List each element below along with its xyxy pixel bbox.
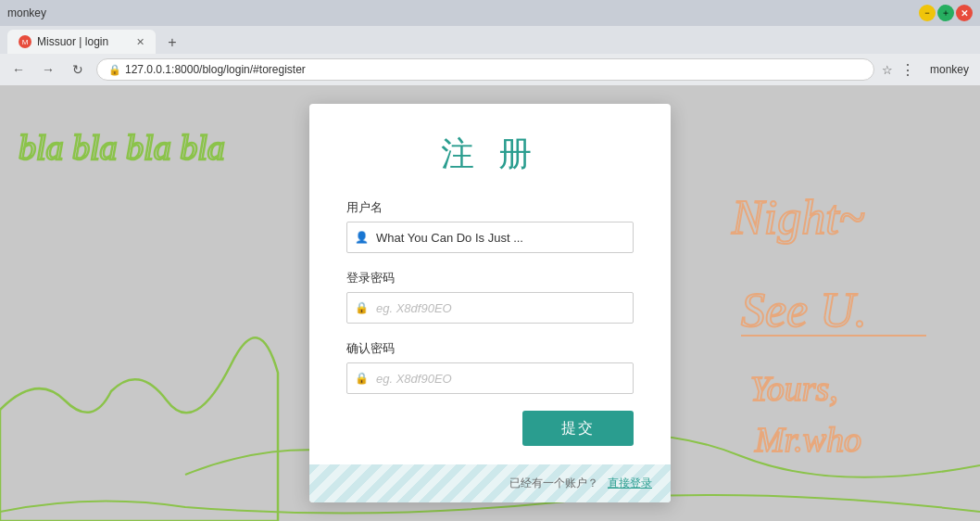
title-bar: monkey － ＋ ✕ [0,0,980,26]
confirm-password-input[interactable] [376,372,625,386]
user-badge: monkey [930,63,969,76]
username-label: 用户名 [346,199,634,216]
browser-tab[interactable]: M Missuor | login ✕ [7,30,156,54]
tab-strip-right [189,32,215,54]
tab-title: Missuor | login [37,35,108,48]
username-input-wrapper: 👤 [346,222,634,253]
password-input[interactable] [376,301,625,315]
tab-bar: M Missuor | login ✕ + [0,26,980,54]
password-label: 登录密码 [346,270,634,286]
menu-icon[interactable]: ⋮ [900,61,915,79]
page-background: bla bla bla bla Night~ See U. Yours, Mr.… [0,85,980,521]
modal-footer: 已经有一个账户？ 直接登录 [309,464,671,502]
forward-button[interactable]: → [37,58,59,81]
register-modal: 注 册 用户名 👤 登录密码 🔒 [309,104,671,502]
modal-body: 注 册 用户名 👤 登录密码 🔒 [309,104,671,464]
bookmark-icon[interactable]: ☆ [882,63,893,77]
password-group: 登录密码 🔒 [346,270,634,324]
address-bar[interactable]: 🔒 127.0.0.1:8000/blog/login/#toregister [96,58,874,81]
footer-text: 已经有一个账户？ [509,476,598,491]
modal-title: 注 册 [346,132,634,177]
user-label: monkey [7,6,46,19]
address-bar-row: ← → ↻ 🔒 127.0.0.1:8000/blog/login/#toreg… [0,54,980,85]
confirm-password-icon: 🔒 [355,372,369,385]
lock-icon: 🔒 [108,64,121,76]
modal-overlay: 注 册 用户名 👤 登录密码 🔒 [0,85,980,521]
submit-button[interactable]: 提交 [522,411,634,446]
username-group: 用户名 👤 [346,199,634,253]
browser-chrome: monkey － ＋ ✕ M Missuor | login ✕ + ← → ↻… [0,0,980,85]
minimize-button[interactable]: － [919,5,936,21]
username-input[interactable] [376,231,625,245]
confirm-password-input-wrapper: 🔒 [346,362,634,394]
toolbar-icons: ☆ ⋮ [882,61,915,79]
new-tab-button[interactable]: + [159,32,185,54]
back-button[interactable]: ← [7,58,30,81]
password-input-wrapper: 🔒 [346,292,634,324]
maximize-button[interactable]: ＋ [937,5,954,21]
tab-favicon: M [19,35,31,48]
url-text: 127.0.0.1:8000/blog/login/#toregister [125,63,862,76]
close-button[interactable]: ✕ [956,5,973,21]
confirm-password-group: 确认密码 🔒 [346,340,634,394]
password-icon: 🔒 [355,301,369,314]
tab-close-button[interactable]: ✕ [136,36,144,48]
login-link[interactable]: 直接登录 [608,476,652,491]
username-icon: 👤 [355,231,369,244]
window-controls: － ＋ ✕ [919,5,973,21]
refresh-button[interactable]: ↻ [67,58,89,81]
confirm-password-label: 确认密码 [346,340,634,357]
